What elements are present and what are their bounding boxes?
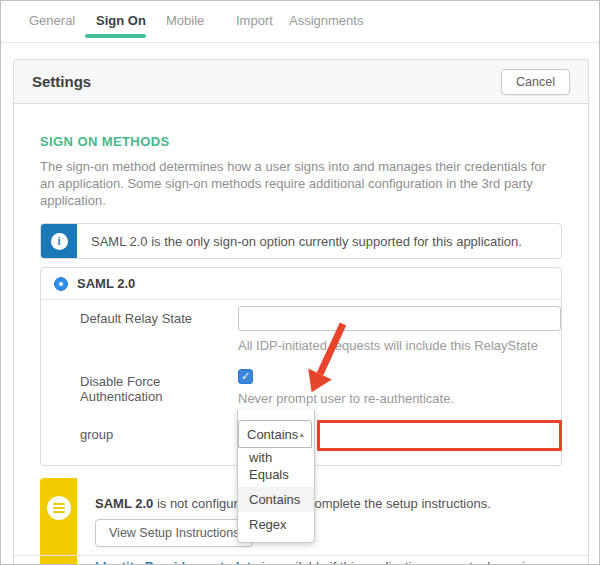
identity-provider-metadata-link[interactable]: Identity Provider metadata xyxy=(95,559,258,565)
relay-state-hint: All IDP-initiated requests will include … xyxy=(238,338,561,353)
callout-message: SAML 2.0 is not configured until you com… xyxy=(95,496,562,511)
settings-panel-header: Settings Cancel xyxy=(14,60,588,104)
setup-list-icon xyxy=(47,496,71,520)
tab-sign-on[interactable]: Sign On xyxy=(96,13,146,28)
callout-message-rest: is not configured until you complete the… xyxy=(153,496,490,511)
group-operator-dropdown-button[interactable]: Contains ▲ xyxy=(238,420,312,448)
saml-section: SAML 2.0 Default Relay State All IDP-ini… xyxy=(40,267,562,466)
tab-mobile[interactable]: Mobile xyxy=(166,13,204,28)
force-auth-hint: Never prompt user to re-authenticate. xyxy=(238,391,543,406)
force-auth-checkbox[interactable]: ✓ xyxy=(238,369,253,384)
info-banner-text: SAML 2.0 is the only sign-on option curr… xyxy=(77,224,536,258)
callout-yellow-bar xyxy=(40,478,77,565)
group-filter-row: group Contains ▲ xyxy=(80,420,543,451)
chevron-up-icon: ▲ xyxy=(298,431,305,438)
saml-info-banner: i SAML 2.0 is the only sign-on option cu… xyxy=(40,223,562,259)
app-tab-bar: General Sign On Mobile Import Assignment… xyxy=(1,1,599,43)
group-operator-value: Contains xyxy=(247,427,298,442)
menu-item-contains[interactable]: Contains xyxy=(238,487,314,512)
menu-item-regex[interactable]: Regex xyxy=(238,512,314,537)
tab-general[interactable]: General xyxy=(29,13,75,28)
panel-title: Settings xyxy=(32,73,91,90)
info-icon-cell: i xyxy=(41,224,77,258)
callout-message-bold: SAML 2.0 xyxy=(95,496,153,511)
saml-section-title: SAML 2.0 xyxy=(77,276,135,291)
metadata-line: Identity Provider metadata is available … xyxy=(95,559,562,565)
saml-fields: Default Relay State All IDP-initiated re… xyxy=(41,300,561,465)
active-tab-underline xyxy=(85,34,146,38)
cancel-button[interactable]: Cancel xyxy=(501,69,570,95)
force-auth-row: Disable Force Authentication ✓ Never pro… xyxy=(80,369,543,406)
sign-on-methods-description: The sign-on method determines how a user… xyxy=(40,158,562,209)
section-divider xyxy=(14,555,588,556)
tab-assignments[interactable]: Assignments xyxy=(289,13,363,28)
checkbox-check-icon: ✓ xyxy=(241,370,250,382)
group-filter-input[interactable] xyxy=(317,420,562,451)
relay-state-row: Default Relay State All IDP-initiated re… xyxy=(80,306,543,353)
tab-import[interactable]: Import xyxy=(236,13,273,28)
callout-body: SAML 2.0 is not configured until you com… xyxy=(77,478,562,565)
group-label: group xyxy=(80,420,238,451)
relay-state-label: Default Relay State xyxy=(80,306,238,353)
sign-on-methods-heading: SIGN ON METHODS xyxy=(40,134,562,149)
info-icon: i xyxy=(51,233,68,250)
relay-state-input[interactable] xyxy=(238,306,561,331)
force-auth-label: Disable Force Authentication xyxy=(80,369,238,406)
menu-item-equals[interactable]: Equals xyxy=(238,462,314,487)
saml-section-header: SAML 2.0 xyxy=(41,268,561,300)
view-setup-instructions-button[interactable]: View Setup Instructions xyxy=(95,519,253,547)
app-settings-screen: General Sign On Mobile Import Assignment… xyxy=(0,0,600,565)
saml-radio-selected[interactable] xyxy=(54,277,68,291)
